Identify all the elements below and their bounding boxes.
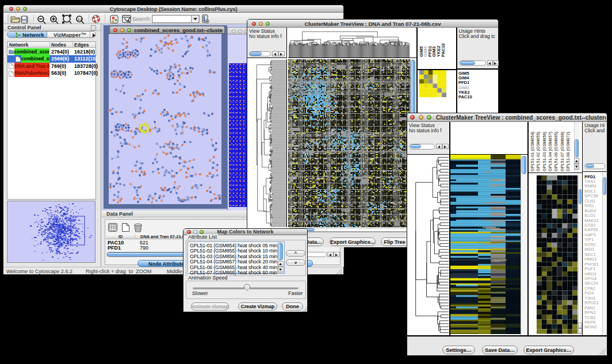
svg-text:Search:: Search: [132, 16, 151, 22]
svg-text:GPL51-04 (GSM857): GPL51-04 (GSM857) [547, 132, 552, 171]
svg-text:1:1: 1:1 [78, 18, 82, 21]
svg-text:GPL51-03 (GSM856): GPL51-03 (GSM856) [541, 132, 546, 171]
svg-text:GPL51-02 (GSM855): GPL51-02 (GSM855) [536, 132, 541, 171]
svg-text:GPL51-08 (GSM872): GPL51-08 (GSM872) [565, 132, 570, 171]
svg-text:GPL51-01 (GSM854): GPL51-01 (GSM854) [530, 132, 535, 171]
svg-text:GPL51-06 (GSM865): GPL51-06 (GSM865) [553, 132, 559, 171]
svg-text:GPL51-07 (GSM868): GPL51-07 (GSM868) [559, 132, 564, 171]
svg-text:PAC10: PAC10 [440, 43, 445, 57]
